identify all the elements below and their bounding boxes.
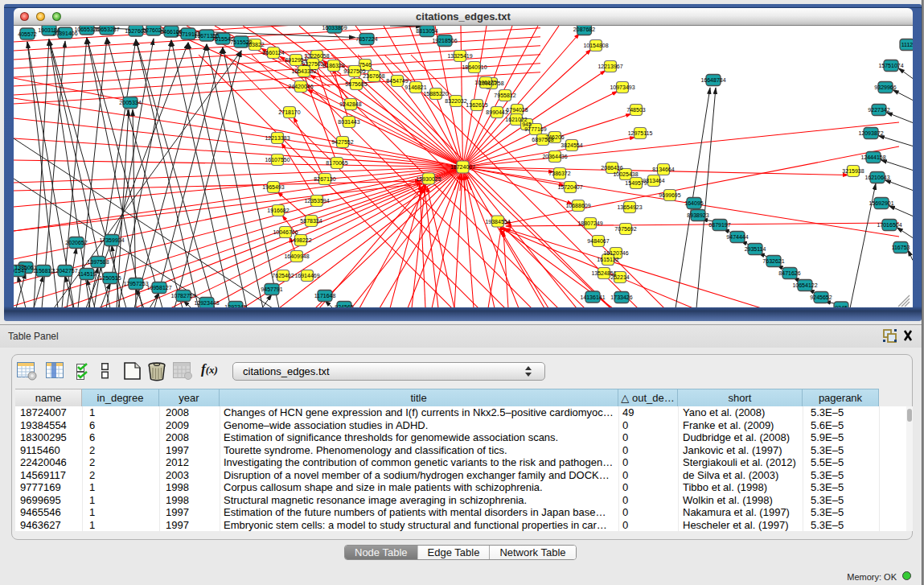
svg-text:9329966: 9329966	[874, 84, 896, 90]
svg-text:1250515: 1250515	[99, 275, 121, 281]
svg-text:748503: 748503	[626, 107, 645, 113]
svg-text:2718170: 2718170	[278, 109, 300, 115]
svg-text:10025438: 10025438	[613, 171, 638, 177]
svg-text:10654122: 10654122	[792, 282, 817, 288]
svg-text:9245: 9245	[835, 305, 848, 308]
svg-text:9457791: 9457791	[261, 286, 282, 292]
svg-text:13654923: 13654923	[617, 204, 642, 210]
svg-text:7546: 7546	[359, 62, 372, 68]
svg-text:9777169: 9777169	[524, 126, 546, 132]
svg-text:9242848: 9242848	[339, 101, 361, 107]
svg-text:14136141: 14136141	[580, 295, 605, 300]
svg-text:6897568: 6897568	[532, 137, 553, 142]
svg-text:17359934: 17359934	[99, 237, 124, 243]
svg-text:1916682: 1916682	[267, 208, 289, 213]
svg-text:12042757: 12042757	[52, 268, 77, 274]
svg-text:9327502: 9327502	[302, 61, 323, 67]
svg-text:8031443: 8031443	[338, 119, 359, 125]
svg-text:8322032: 8322032	[445, 98, 466, 104]
svg-text:12975115: 12975115	[628, 130, 653, 136]
svg-text:15930025: 15930025	[416, 176, 441, 182]
svg-text:12213383: 12213383	[265, 135, 290, 141]
svg-text:2005334: 2005334	[119, 100, 141, 105]
svg-text:12093872: 12093872	[858, 130, 883, 136]
svg-text:164095: 164095	[684, 200, 703, 206]
svg-text:16033809: 16033809	[322, 26, 347, 31]
svg-text:12923448: 12923448	[194, 300, 219, 306]
svg-text:1615132: 1615132	[597, 257, 618, 262]
svg-text:7625402: 7625402	[272, 273, 294, 278]
svg-text:10973493: 10973493	[610, 84, 634, 90]
svg-text:1292345: 1292345	[224, 304, 246, 307]
svg-text:10653287: 10653287	[94, 27, 119, 32]
svg-text:1362615: 1362615	[466, 102, 487, 108]
svg-text:10154808: 10154808	[583, 43, 608, 48]
svg-text:5878334: 5878334	[300, 218, 322, 224]
svg-text:9813464: 9813464	[643, 178, 664, 183]
svg-text:12444158: 12444158	[860, 154, 885, 160]
svg-text:9474444: 9474444	[726, 234, 748, 240]
svg-text:9427552: 9427552	[331, 139, 353, 145]
svg-text:12213967: 12213967	[598, 64, 622, 69]
svg-text:1397588: 1397588	[87, 259, 109, 265]
svg-text:1965493: 1965493	[262, 184, 284, 190]
svg-text:3824554: 3824554	[561, 142, 582, 148]
svg-text:2367608: 2367608	[363, 73, 384, 79]
svg-text:18807249: 18807249	[577, 220, 602, 226]
svg-text:8454749: 8454749	[386, 78, 408, 84]
svg-text:8990443: 8990443	[486, 109, 507, 115]
svg-text:8813054: 8813054	[416, 28, 437, 34]
svg-text:1498222: 1498222	[290, 237, 311, 243]
svg-text:17016504: 17016504	[877, 222, 901, 228]
svg-text:7955812: 7955812	[494, 93, 515, 98]
svg-text:15885220: 15885220	[423, 91, 448, 97]
svg-text:15720407: 15720407	[557, 184, 582, 190]
svg-text:18724007: 18724007	[450, 164, 475, 170]
svg-text:17957253: 17957253	[123, 281, 148, 286]
svg-text:7632621: 7632621	[762, 258, 784, 264]
svg-text:763822: 763822	[245, 42, 264, 47]
svg-text:8170065: 8170065	[326, 160, 347, 166]
svg-text:1112: 1112	[901, 42, 913, 47]
svg-text:116753: 116753	[892, 245, 910, 250]
svg-text:252214: 252214	[610, 274, 629, 280]
svg-text:16648784: 16648784	[700, 77, 725, 83]
svg-text:19384554: 19384554	[485, 219, 510, 225]
svg-text:2020657: 2020657	[65, 240, 87, 245]
svg-text:9699695: 9699695	[659, 192, 680, 198]
svg-text:6794028: 6794028	[506, 107, 528, 113]
svg-text:7075692: 7075692	[614, 226, 636, 232]
svg-text:1156812: 1156812	[33, 268, 55, 274]
svg-text:10782759: 10782759	[170, 293, 195, 299]
svg-text:9227342: 9227342	[868, 107, 889, 113]
svg-text:15751074: 15751074	[878, 63, 903, 68]
svg-text:9146821: 9146821	[405, 84, 426, 90]
svg-text:16543382: 16543382	[291, 68, 316, 74]
svg-text:2087682: 2087682	[573, 27, 595, 32]
svg-text:10046766: 10046766	[273, 229, 298, 235]
svg-text:6879197: 6879197	[708, 222, 730, 228]
svg-text:23226058: 23226058	[304, 53, 329, 59]
svg-text:5875685: 5875685	[345, 81, 367, 87]
svg-text:114519: 114519	[78, 271, 97, 277]
svg-text:391547: 391547	[14, 268, 27, 274]
svg-text:7386372: 7386372	[548, 171, 570, 176]
svg-text:1171648: 1171648	[314, 293, 336, 299]
svg-text:8186328: 8186328	[322, 63, 344, 68]
svg-text:13325419: 13325419	[447, 53, 472, 59]
svg-text:16107550: 16107550	[265, 157, 290, 163]
svg-text:924565: 924565	[335, 304, 353, 307]
svg-text:16914469: 16914469	[294, 273, 319, 278]
svg-text:20364436: 20364436	[542, 154, 567, 159]
svg-text:2086436: 2086436	[601, 165, 622, 171]
svg-text:2935114: 2935114	[745, 246, 766, 252]
svg-text:16120746: 16120746	[603, 250, 628, 256]
svg-text:405572: 405572	[18, 31, 36, 37]
svg-text:3215938: 3215938	[842, 168, 864, 174]
svg-text:9484067: 9484067	[587, 238, 609, 244]
svg-text:7857224: 7857224	[355, 36, 377, 42]
svg-text:10958127: 10958127	[146, 285, 171, 290]
svg-text:1096175: 1096175	[474, 80, 496, 85]
svg-text:1733426: 1733426	[610, 295, 632, 300]
svg-text:18640910: 18640910	[462, 64, 487, 70]
